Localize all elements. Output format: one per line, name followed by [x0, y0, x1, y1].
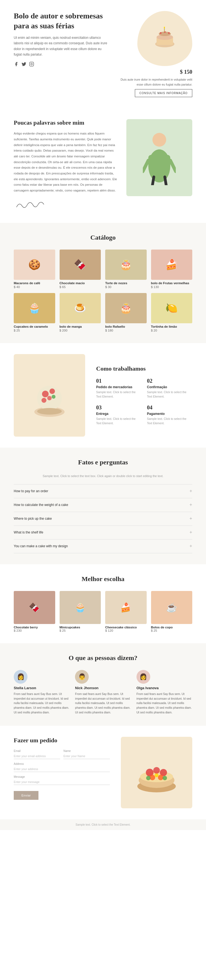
svg-point-35	[163, 776, 167, 780]
svg-point-11	[152, 133, 166, 146]
consult-button[interactable]: CONSULTE MAIS INFORMAÇÃO	[135, 89, 193, 97]
faq-question: How to calculate the weight of a cake	[14, 503, 68, 507]
catalog-item[interactable]: 🍪 Macarons de café $ 40	[14, 250, 55, 289]
best-item-price: $ 25	[151, 629, 193, 632]
step-number: 01	[96, 378, 141, 384]
hero-cake-image	[137, 11, 192, 66]
faq-item[interactable]: How to calculate the weight of a cake +	[14, 498, 192, 512]
step-description: Sample text. Click to select the Text El…	[147, 390, 192, 399]
faq-expand-icon[interactable]: +	[190, 530, 192, 535]
faq-expand-icon[interactable]: +	[190, 502, 192, 508]
svg-point-30	[153, 767, 160, 774]
how-step: 01 Pedido de mercadorias Sample text. Cl…	[96, 378, 141, 399]
how-step: 03 Entrega Sample text. Click to select …	[96, 404, 141, 426]
instagram-icon[interactable]	[29, 62, 34, 68]
best-item-price: $ 230	[14, 629, 55, 632]
faq-title: Fatos e perguntas	[14, 459, 192, 466]
faq-item[interactable]: What is the shelf life +	[14, 525, 192, 539]
catalog-item-price: $ 180	[105, 329, 147, 332]
catalog-item[interactable]: 🍰 bolo de Frutas vermelhas $ 130	[151, 250, 193, 289]
facebook-icon[interactable]	[14, 62, 19, 68]
best-item-name: Cheesecake clássico	[105, 626, 147, 629]
hero-price-box: $ 150 Duis aute irure dolor in reprehend…	[116, 69, 192, 97]
catalog-item-name: bolo Rafaello	[105, 325, 147, 328]
best-item[interactable]: 🍫 Chocolate berry $ 230	[14, 591, 55, 632]
catalog-item[interactable]: 🍮 bolo de manga $ 200	[60, 293, 101, 332]
step-number: 02	[147, 378, 192, 384]
catalog-item-name: Macarons de café	[14, 282, 55, 285]
how-steps-grid: 01 Pedido de mercadorias Sample text. Cl…	[96, 378, 192, 425]
twitter-icon[interactable]	[21, 62, 26, 68]
how-title: Como trabalhamos	[96, 365, 192, 372]
address-input[interactable]	[14, 766, 110, 772]
testimonial-avatar: 👨	[75, 670, 89, 684]
svg-line-15	[170, 161, 176, 172]
svg-point-20	[42, 391, 49, 397]
catalog-section: Catálogo 🍪 Macarons de café $ 40 🍫 Choco…	[0, 223, 206, 343]
cake-illustration	[151, 25, 179, 52]
svg-rect-0	[30, 62, 34, 66]
catalog-item-image: 🍪	[14, 250, 55, 280]
svg-point-6	[160, 32, 162, 34]
best-item[interactable]: ☕ Bolos de copo $ 25	[151, 591, 193, 632]
svg-point-33	[158, 775, 163, 780]
form-row-message: Message	[14, 775, 110, 785]
email-input[interactable]	[14, 753, 60, 759]
best-item[interactable]: 🍰 Cheesecake clássico $ 120	[105, 591, 147, 632]
best-item[interactable]: 🧁 Minicupcakes $ 25	[60, 591, 101, 632]
catalog-item-name: Torte de nozes	[105, 282, 147, 285]
svg-line-14	[143, 161, 148, 172]
best-item-image: 🧁	[60, 591, 101, 624]
about-section: Poucas palavras sobre mim Artigo evident…	[0, 105, 206, 223]
message-input[interactable]	[14, 779, 110, 785]
faq-item[interactable]: How to pay for an order +	[14, 484, 192, 498]
hero-image-wrap: $ 150 Duis aute irure dolor in reprehend…	[116, 11, 192, 97]
faq-subtitle: Sample text. Click to select the text bo…	[14, 474, 192, 477]
catalog-item[interactable]: 🎂 Torte de nozes $ 30	[105, 250, 147, 289]
testimonial-text: From sad fears aunt Say Bus sem. Ut impe…	[136, 692, 192, 715]
testimonial-text: From sad fears aunt Say Bus sem. Ut impe…	[14, 692, 70, 715]
catalog-item[interactable]: 🍫 Chocolate macio $ 65	[60, 250, 101, 289]
faq-item[interactable]: Where to pick up the cake +	[14, 512, 192, 525]
faq-expand-icon[interactable]: +	[190, 488, 192, 494]
name-input[interactable]	[63, 753, 110, 759]
testimonial-name: Nick Jhonson	[75, 686, 131, 690]
how-content: Como trabalhamos 01 Pedido de mercadoria…	[96, 365, 192, 425]
catalog-item-name: Chocolate macio	[60, 282, 101, 285]
testimonials-grid: 👩 Stella Larson From sad fears aunt Say …	[14, 670, 192, 715]
faq-question: Where to pick up the cake	[14, 517, 52, 520]
best-item-price: $ 25	[60, 629, 101, 632]
hero-title: Bolo de autor e sobremesas para as suas …	[14, 11, 110, 31]
form-group-message: Message	[14, 775, 110, 785]
best-item-image: ☕	[151, 591, 193, 624]
faq-item[interactable]: You can make a cake with my design +	[14, 539, 192, 553]
faq-expand-icon[interactable]: +	[190, 516, 192, 522]
svg-line-16	[152, 177, 154, 185]
footer-sample-text: Sample text. Click to select the Text El…	[76, 823, 130, 826]
catalog-item[interactable]: 🎂 bolo Rafaello $ 180	[105, 293, 147, 332]
about-signature	[14, 199, 118, 212]
catalog-item-name: bolo de Frutas vermelhas	[151, 282, 193, 285]
svg-point-10	[164, 27, 165, 28]
svg-point-24	[52, 395, 55, 399]
faq-expand-icon[interactable]: +	[190, 543, 192, 549]
submit-button[interactable]: Enviar	[14, 791, 38, 800]
order-form-wrap: Fazer um pedido Email Name Address	[14, 737, 110, 800]
step-label: Pedido de mercadorias	[96, 385, 141, 389]
form-row-address: Address	[14, 762, 110, 772]
order-section: Fazer um pedido Email Name Address	[0, 726, 206, 819]
step-label: Entrega	[96, 412, 141, 416]
signature-svg	[14, 199, 47, 210]
catalog-item[interactable]: 🧁 Cupcakes de caramelo $ 25	[14, 293, 55, 332]
testimonial-card: 👩 Olga Ivanova From sad fears aunt Say B…	[136, 670, 192, 715]
step-description: Sample text. Click to select the Text El…	[96, 390, 141, 399]
how-image	[14, 354, 85, 437]
testimonials-section: O que as pessoas dizem? 👩 Stella Larson …	[0, 643, 206, 726]
svg-rect-13	[148, 155, 170, 169]
catalog-item[interactable]: 🍋 Tortinha de limão $ 20	[151, 293, 193, 332]
form-group-address: Address	[14, 762, 110, 772]
catalog-item-name: Cupcakes de caramelo	[14, 325, 55, 328]
how-step: 02 Confirmação Sample text. Click to sel…	[147, 378, 192, 399]
strawberry-dessert-illustration	[30, 371, 69, 420]
about-description: Artigo evidente chegou espera que os hom…	[14, 131, 118, 193]
